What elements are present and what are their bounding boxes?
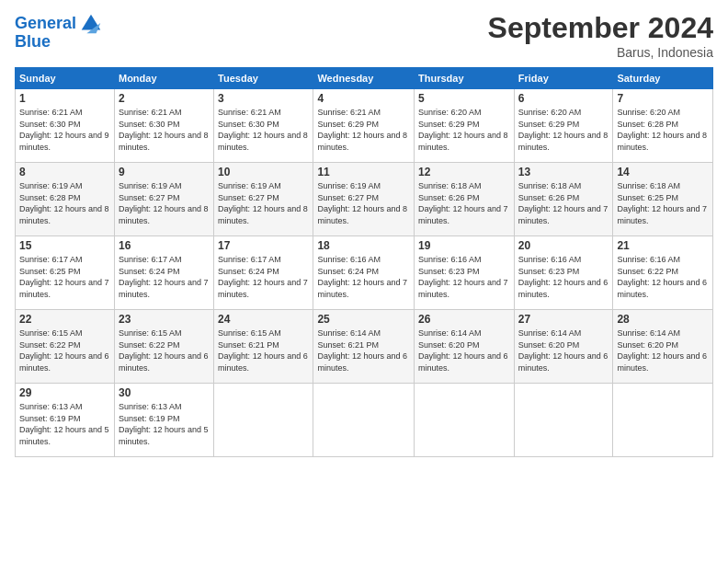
day-number: 2 [119,92,210,105]
logo-general: General [15,14,76,32]
sunrise-label: Sunrise: 6:19 AM [218,181,281,190]
sunrise-label: Sunrise: 6:19 AM [19,181,83,190]
day-info: Sunrise: 6:21 AM Sunset: 6:30 PM Dayligh… [19,107,110,153]
day-number: 9 [119,166,210,178]
calendar-cell: 9 Sunrise: 6:19 AM Sunset: 6:27 PM Dayli… [114,163,213,236]
sunset-label: Sunset: 6:20 PM [418,340,480,350]
sunset-label: Sunset: 6:29 PM [317,120,379,129]
sunset-label: Sunset: 6:21 PM [218,340,279,350]
daylight-label: Daylight: 12 hours and 8 minutes. [418,131,508,152]
day-info: Sunrise: 6:17 AM Sunset: 6:25 PM Dayligh… [19,254,110,300]
calendar-week-5: 29 Sunrise: 6:13 AM Sunset: 6:19 PM Dayl… [16,384,713,457]
sunset-label: Sunset: 6:20 PM [518,340,580,350]
daylight-label: Daylight: 12 hours and 8 minutes. [218,204,308,225]
calendar-cell: 16 Sunrise: 6:17 AM Sunset: 6:24 PM Dayl… [114,236,213,310]
calendar-cell: 13 Sunrise: 6:18 AM Sunset: 6:26 PM Dayl… [514,163,613,236]
daylight-label: Daylight: 12 hours and 8 minutes. [617,131,707,152]
day-info: Sunrise: 6:20 AM Sunset: 6:28 PM Dayligh… [617,107,709,153]
daylight-label: Daylight: 12 hours and 6 minutes. [218,351,308,373]
sunset-label: Sunset: 6:23 PM [418,267,480,276]
day-number: 20 [518,239,609,252]
logo-blue-text: Blue [15,32,51,51]
day-number: 25 [317,313,410,326]
daylight-label: Daylight: 12 hours and 7 minutes. [418,278,508,299]
day-number: 12 [418,166,510,178]
calendar-cell: 28 Sunrise: 6:14 AM Sunset: 6:20 PM Dayl… [613,310,713,384]
sunrise-label: Sunrise: 6:16 AM [518,255,582,264]
sunrise-label: Sunrise: 6:15 AM [218,328,281,338]
day-number: 7 [617,92,709,105]
day-number: 23 [119,313,210,326]
calendar-cell: 8 Sunrise: 6:19 AM Sunset: 6:28 PM Dayli… [16,163,115,236]
calendar-cell: 19 Sunrise: 6:16 AM Sunset: 6:23 PM Dayl… [415,236,515,310]
sunrise-label: Sunrise: 6:21 AM [19,108,83,117]
day-info: Sunrise: 6:18 AM Sunset: 6:25 PM Dayligh… [617,180,709,226]
sunrise-label: Sunrise: 6:17 AM [218,255,281,264]
calendar-header-sunday: Sunday [16,68,115,89]
day-number: 13 [518,166,609,178]
day-info: Sunrise: 6:21 AM Sunset: 6:29 PM Dayligh… [317,107,410,153]
header: General Blue September 2024 Barus, Indon… [15,11,713,60]
sunrise-label: Sunrise: 6:20 AM [617,108,680,117]
day-info: Sunrise: 6:19 AM Sunset: 6:27 PM Dayligh… [119,180,210,226]
calendar-header-friday: Friday [514,68,613,89]
day-info: Sunrise: 6:16 AM Sunset: 6:24 PM Dayligh… [317,254,410,300]
day-number: 17 [218,239,309,252]
daylight-label: Daylight: 12 hours and 7 minutes. [317,278,407,299]
daylight-label: Daylight: 12 hours and 8 minutes. [19,204,109,225]
daylight-label: Daylight: 12 hours and 9 minutes. [19,131,109,152]
calendar-cell: 20 Sunrise: 6:16 AM Sunset: 6:23 PM Dayl… [514,236,613,310]
calendar-header-row: SundayMondayTuesdayWednesdayThursdayFrid… [16,68,713,89]
calendar-header-thursday: Thursday [415,68,515,89]
sunset-label: Sunset: 6:25 PM [617,193,678,202]
day-number: 29 [19,386,110,399]
day-number: 6 [518,92,609,105]
calendar-cell: 22 Sunrise: 6:15 AM Sunset: 6:22 PM Dayl… [16,310,115,384]
day-number: 5 [418,92,510,105]
daylight-label: Daylight: 12 hours and 5 minutes. [119,425,209,446]
calendar-cell: 10 Sunrise: 6:19 AM Sunset: 6:27 PM Dayl… [214,163,313,236]
calendar-cell: 27 Sunrise: 6:14 AM Sunset: 6:20 PM Dayl… [514,310,613,384]
day-info: Sunrise: 6:15 AM Sunset: 6:22 PM Dayligh… [19,327,110,373]
daylight-label: Daylight: 12 hours and 6 minutes. [518,278,609,299]
calendar-header-tuesday: Tuesday [214,68,313,89]
day-info: Sunrise: 6:18 AM Sunset: 6:26 PM Dayligh… [418,180,510,226]
sunset-label: Sunset: 6:30 PM [19,120,81,129]
daylight-label: Daylight: 12 hours and 6 minutes. [418,351,508,373]
day-number: 11 [317,166,410,178]
calendar-cell [514,384,613,457]
sunset-label: Sunset: 6:27 PM [218,193,279,202]
day-info: Sunrise: 6:14 AM Sunset: 6:20 PM Dayligh… [418,327,510,373]
day-number: 3 [218,92,309,105]
day-info: Sunrise: 6:17 AM Sunset: 6:24 PM Dayligh… [218,254,309,300]
day-info: Sunrise: 6:19 AM Sunset: 6:28 PM Dayligh… [19,180,110,226]
day-number: 27 [518,313,609,326]
day-info: Sunrise: 6:13 AM Sunset: 6:19 PM Dayligh… [19,401,110,447]
calendar-cell [613,384,713,457]
day-info: Sunrise: 6:21 AM Sunset: 6:30 PM Dayligh… [218,107,309,153]
daylight-label: Daylight: 12 hours and 6 minutes. [617,278,707,299]
page: General Blue September 2024 Barus, Indon… [0,0,728,563]
day-number: 4 [317,92,410,105]
sunset-label: Sunset: 6:24 PM [119,267,180,276]
calendar-table: SundayMondayTuesdayWednesdayThursdayFrid… [15,67,713,457]
sunset-label: Sunset: 6:30 PM [218,120,279,129]
calendar-cell [214,384,313,457]
sunrise-label: Sunrise: 6:20 AM [518,108,582,117]
title-block: September 2024 Barus, Indonesia [488,11,713,60]
calendar-cell: 21 Sunrise: 6:16 AM Sunset: 6:22 PM Dayl… [613,236,713,310]
calendar-cell: 18 Sunrise: 6:16 AM Sunset: 6:24 PM Dayl… [313,236,415,310]
sunrise-label: Sunrise: 6:18 AM [418,181,482,190]
daylight-label: Daylight: 12 hours and 8 minutes. [317,204,407,225]
day-info: Sunrise: 6:17 AM Sunset: 6:24 PM Dayligh… [119,254,210,300]
day-info: Sunrise: 6:20 AM Sunset: 6:29 PM Dayligh… [518,107,609,153]
sunset-label: Sunset: 6:25 PM [19,267,81,276]
sunrise-label: Sunrise: 6:14 AM [617,328,680,338]
sunrise-label: Sunrise: 6:17 AM [19,255,83,264]
sunset-label: Sunset: 6:24 PM [218,267,279,276]
daylight-label: Daylight: 12 hours and 7 minutes. [518,204,609,225]
sunset-label: Sunset: 6:29 PM [518,120,580,129]
calendar-week-2: 8 Sunrise: 6:19 AM Sunset: 6:28 PM Dayli… [16,163,713,236]
day-number: 30 [119,386,210,399]
calendar-cell: 3 Sunrise: 6:21 AM Sunset: 6:30 PM Dayli… [214,89,313,163]
